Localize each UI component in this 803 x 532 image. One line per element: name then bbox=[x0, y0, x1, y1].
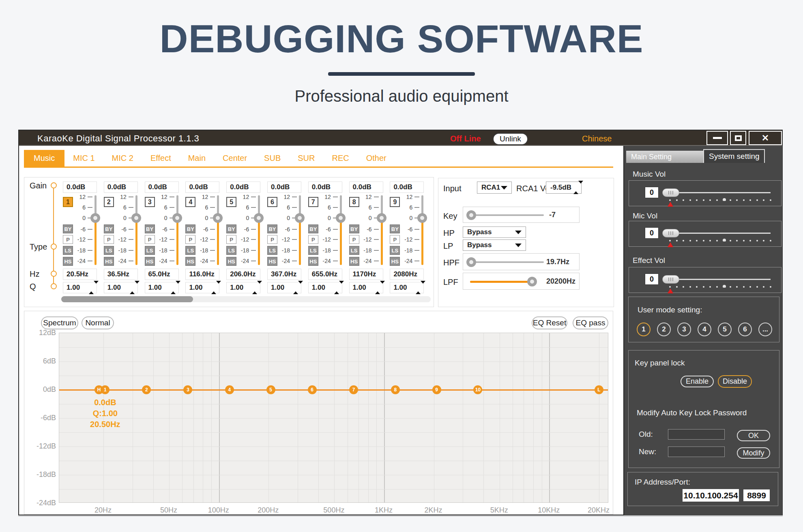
type-button-hs[interactable]: HS bbox=[145, 257, 155, 266]
band-number-button[interactable]: 5 bbox=[226, 197, 236, 207]
lpf-slider-thumb[interactable] bbox=[527, 277, 537, 286]
eq-horizontal-scrollbar[interactable] bbox=[61, 296, 431, 302]
band-frequency-value[interactable]: 1170Hz bbox=[349, 269, 383, 280]
spin-down-icon[interactable] bbox=[135, 281, 140, 291]
eq-point-8[interactable]: 8 bbox=[391, 385, 400, 394]
band-frequency-value[interactable]: 206.0Hz bbox=[226, 269, 260, 280]
type-button-p[interactable]: P bbox=[390, 235, 400, 244]
band-frequency-value[interactable]: 20.5Hz bbox=[63, 269, 97, 280]
type-button-hs[interactable]: HS bbox=[390, 257, 400, 266]
band-frequency-value[interactable]: 116.0Hz bbox=[185, 269, 219, 280]
type-button-hs[interactable]: HS bbox=[104, 257, 114, 266]
tab-music[interactable]: Music bbox=[24, 150, 64, 167]
eq-point-4[interactable]: 4 bbox=[225, 385, 234, 394]
eq-point-9[interactable]: 9 bbox=[432, 385, 441, 394]
lp-select[interactable]: Bypass bbox=[463, 239, 526, 251]
old-password-input[interactable] bbox=[668, 429, 725, 440]
volume-value[interactable]: 0 bbox=[645, 227, 659, 239]
band-gain-value[interactable]: 0.0dB bbox=[226, 182, 260, 193]
eq-scrollbar-thumb[interactable] bbox=[61, 296, 193, 302]
type-button-ls[interactable]: LS bbox=[104, 246, 114, 255]
type-button-ls[interactable]: LS bbox=[267, 246, 277, 255]
spin-down-icon[interactable] bbox=[94, 281, 99, 291]
gain-slider-track-lower[interactable] bbox=[299, 218, 301, 265]
band-gain-value[interactable]: 0.0dB bbox=[267, 182, 301, 193]
spectrum-button[interactable]: Spectrum bbox=[41, 316, 78, 329]
modify-button[interactable]: Modify bbox=[737, 447, 770, 459]
user-mode-4[interactable]: 4 bbox=[698, 323, 711, 336]
tab-main-setting[interactable]: Main Setting bbox=[626, 151, 703, 163]
spin-down-icon[interactable] bbox=[216, 281, 221, 291]
spinner-arrows-icon[interactable] bbox=[89, 284, 94, 292]
tab-other[interactable]: Other bbox=[358, 150, 395, 167]
band-frequency-value[interactable]: 65.0Hz bbox=[145, 269, 179, 280]
type-button-hs[interactable]: HS bbox=[63, 257, 73, 266]
band-frequency-value[interactable]: 2080Hz bbox=[390, 269, 424, 280]
type-button-p[interactable]: P bbox=[145, 235, 155, 244]
band-number-button[interactable]: 3 bbox=[145, 197, 155, 207]
type-button-ls[interactable]: LS bbox=[349, 246, 359, 255]
band-q-value[interactable]: 1.00 bbox=[267, 282, 301, 293]
user-mode-6[interactable]: 6 bbox=[738, 323, 752, 336]
input-source-select[interactable]: RCA1 bbox=[477, 182, 512, 194]
normal-button[interactable]: Normal bbox=[82, 316, 114, 329]
volume-slider-thumb[interactable] bbox=[662, 229, 679, 237]
band-q-value[interactable]: 1.00 bbox=[145, 282, 179, 293]
band-q-value[interactable]: 1.00 bbox=[185, 282, 219, 293]
band-frequency-value[interactable]: 655.0Hz bbox=[308, 269, 342, 280]
gain-slider-track-lower[interactable] bbox=[381, 218, 383, 265]
eq-point-l[interactable]: L bbox=[595, 385, 603, 394]
volume-slider-track[interactable] bbox=[668, 192, 771, 193]
key-slider[interactable]: -7 bbox=[463, 207, 580, 223]
maximize-button[interactable] bbox=[730, 131, 746, 145]
ip-address-input[interactable]: 10.10.100.254 bbox=[683, 489, 739, 502]
spinner-arrows-icon[interactable] bbox=[573, 184, 578, 192]
spin-down-icon[interactable] bbox=[298, 281, 303, 291]
gain-slider-thumb[interactable] bbox=[377, 213, 386, 223]
spin-down-icon[interactable] bbox=[421, 281, 425, 291]
band-gain-value[interactable]: 0.0dB bbox=[185, 182, 219, 193]
band-q-value[interactable]: 1.00 bbox=[104, 282, 138, 293]
type-button-ls[interactable]: LS bbox=[226, 246, 236, 255]
type-button-by[interactable]: BY bbox=[349, 224, 359, 233]
band-gain-value[interactable]: 0.0dB bbox=[349, 182, 383, 193]
band-q-value[interactable]: 1.00 bbox=[349, 282, 383, 293]
band-number-button[interactable]: 8 bbox=[349, 197, 359, 207]
user-mode-more[interactable]: ... bbox=[758, 323, 772, 336]
type-button-by[interactable]: BY bbox=[63, 224, 73, 233]
gain-slider-track-lower[interactable] bbox=[340, 218, 342, 265]
spin-down-icon[interactable] bbox=[176, 281, 180, 291]
band-q-value[interactable]: 1.00 bbox=[308, 282, 342, 293]
spinner-arrows-icon[interactable] bbox=[171, 284, 176, 292]
gain-slider-track-lower[interactable] bbox=[421, 218, 423, 265]
minimize-button[interactable] bbox=[706, 131, 728, 145]
unlink-button[interactable]: Unlink bbox=[493, 133, 528, 145]
band-number-button[interactable]: 7 bbox=[308, 197, 318, 207]
tab-main[interactable]: Main bbox=[180, 150, 214, 167]
type-button-by[interactable]: BY bbox=[267, 224, 277, 233]
spin-down-icon[interactable] bbox=[339, 281, 344, 291]
spin-down-icon[interactable] bbox=[380, 281, 385, 291]
band-number-button[interactable]: 2 bbox=[104, 197, 114, 207]
eq-point-3[interactable]: 3 bbox=[183, 385, 192, 394]
gain-slider-thumb[interactable] bbox=[336, 213, 346, 223]
type-button-p[interactable]: P bbox=[267, 235, 277, 244]
type-button-by[interactable]: BY bbox=[226, 224, 236, 233]
volume-slider-track[interactable] bbox=[668, 233, 771, 234]
gain-slider-track-lower[interactable] bbox=[94, 218, 97, 265]
band-gain-value[interactable]: 0.0dB bbox=[145, 182, 179, 193]
gain-slider-track-lower[interactable] bbox=[258, 218, 260, 265]
eq-reset-button[interactable]: EQ Reset bbox=[532, 316, 567, 329]
tab-sur[interactable]: SUR bbox=[289, 150, 323, 167]
gain-slider-track-lower[interactable] bbox=[135, 218, 137, 265]
user-mode-3[interactable]: 3 bbox=[677, 323, 691, 336]
spin-up-icon[interactable] bbox=[293, 284, 298, 294]
band-frequency-value[interactable]: 36.5Hz bbox=[104, 269, 138, 280]
tab-center[interactable]: Center bbox=[214, 150, 256, 167]
eq-point-5[interactable]: 5 bbox=[266, 385, 275, 394]
close-button[interactable]: ✕ bbox=[749, 131, 782, 145]
spin-up-icon[interactable] bbox=[130, 284, 135, 294]
eq-point-6[interactable]: 6 bbox=[308, 385, 317, 394]
gain-slider-track-lower[interactable] bbox=[176, 218, 178, 265]
spinner-arrows-icon[interactable] bbox=[334, 284, 339, 292]
